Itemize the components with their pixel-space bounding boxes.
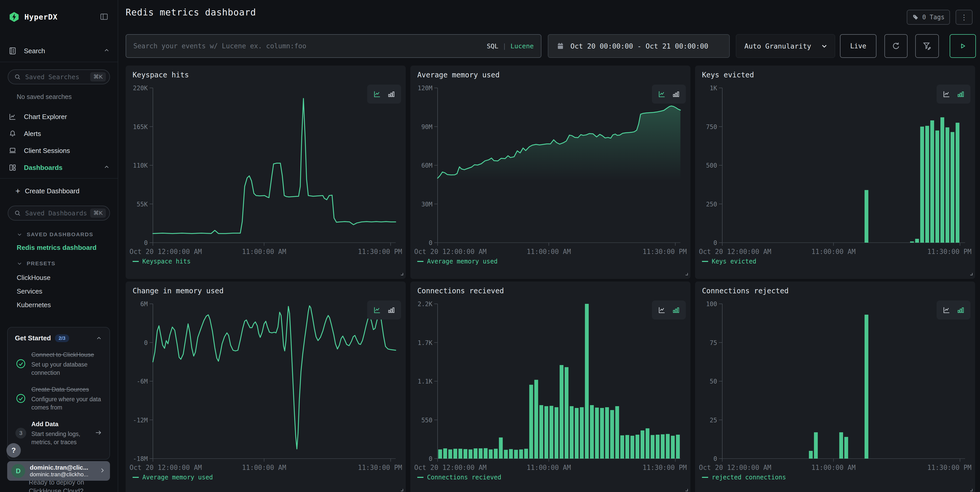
chart-type-toggle <box>937 301 970 320</box>
svg-text:11:30:00 PM: 11:30:00 PM <box>928 248 972 255</box>
bar-chart-toggle-icon[interactable] <box>672 306 680 314</box>
bar-chart-toggle-icon[interactable] <box>957 90 964 98</box>
get-started-step-2[interactable]: Create Data Sources Configure where your… <box>15 385 102 412</box>
sql-toggle[interactable]: SQL <box>487 42 498 50</box>
step-subtitle: Set up your database connection <box>31 360 101 377</box>
dashboard-grid: Keyspace hits 220K165K110K55K0Oct 20 12:… <box>126 65 975 492</box>
preset-kubernetes[interactable]: Kubernetes <box>0 301 118 309</box>
svg-text:-6M: -6M <box>137 378 148 385</box>
line-chart-toggle-icon[interactable] <box>373 90 381 98</box>
svg-text:Oct 20 12:00:00 AM: Oct 20 12:00:00 AM <box>129 248 202 255</box>
kebab-icon: ⋮ <box>961 13 968 22</box>
saved-searches-field[interactable] <box>25 73 87 81</box>
step-title: Create Data Sources <box>31 385 101 394</box>
create-dashboard-button[interactable]: + Create Dashboard <box>0 186 118 196</box>
logo[interactable]: HyperDX <box>0 0 118 22</box>
svg-text:11:00:00 AM: 11:00:00 AM <box>242 464 286 471</box>
resize-handle[interactable] <box>684 272 688 277</box>
arrow-right-icon <box>95 429 102 438</box>
preset-clickhouse[interactable]: ClickHouse <box>0 274 118 282</box>
user-menu[interactable]: D dominic.tran@clic... dominic.tran@clic… <box>7 461 110 481</box>
lucene-toggle[interactable]: Lucene <box>511 42 534 50</box>
line-chart-toggle-icon[interactable] <box>373 306 381 314</box>
bell-icon <box>8 129 17 138</box>
step-subtitle: Start sending logs, metrics, or traces <box>31 430 95 446</box>
saved-dashboards-input[interactable]: ⌘K <box>8 205 110 221</box>
bar-chart-toggle-icon[interactable] <box>672 90 680 98</box>
svg-text:0: 0 <box>714 455 717 462</box>
chart-canvas[interactable]: 2.2K1.7K1.1K5500Oct 20 12:00:00 AM11:00:… <box>410 282 690 492</box>
sidebar: HyperDX Search ⌘K No saved searches <box>0 0 118 492</box>
svg-text:11:30:00 PM: 11:30:00 PM <box>643 248 687 255</box>
section-presets[interactable]: PRESETS <box>0 260 118 267</box>
resize-handle[interactable] <box>684 488 688 492</box>
svg-text:50: 50 <box>710 378 717 385</box>
sidebar-item-dashboards[interactable]: Dashboards <box>0 159 118 176</box>
date-range-picker[interactable]: Oct 20 00:00:00 - Oct 21 00:00:00 <box>548 34 730 58</box>
line-chart-toggle-icon[interactable] <box>942 306 951 314</box>
divider <box>0 178 118 179</box>
svg-text:500: 500 <box>706 162 717 169</box>
svg-text:11:00:00 AM: 11:00:00 AM <box>527 464 571 471</box>
refresh-button[interactable] <box>885 34 908 58</box>
filter-button[interactable] <box>915 34 939 58</box>
line-chart-toggle-icon[interactable] <box>658 306 666 314</box>
svg-text:11:30:00 PM: 11:30:00 PM <box>643 464 687 471</box>
sidebar-item-redis-dashboard[interactable]: Redis metrics dashboard <box>17 244 118 252</box>
chart-canvas[interactable]: 120M90M60M30M0Oct 20 12:00:00 AM11:00:00… <box>410 65 690 279</box>
chevron-up-icon[interactable] <box>95 335 102 342</box>
play-button[interactable] <box>950 34 976 58</box>
help-button[interactable]: ? <box>6 443 21 457</box>
bar-chart-toggle-icon[interactable] <box>388 90 395 98</box>
live-button[interactable]: Live <box>840 34 877 58</box>
resize-handle[interactable] <box>399 272 403 277</box>
legend-swatch <box>417 261 423 262</box>
chart-type-toggle <box>937 84 970 103</box>
chart-canvas[interactable]: 220K165K110K55K0Oct 20 12:00:00 AM11:00:… <box>126 65 406 279</box>
saved-dashboards-field[interactable] <box>25 210 87 217</box>
svg-text:11:30:00 PM: 11:30:00 PM <box>358 248 402 255</box>
svg-text:11:00:00 AM: 11:00:00 AM <box>811 464 856 471</box>
resize-handle[interactable] <box>399 488 403 492</box>
bar-chart-toggle-icon[interactable] <box>957 306 964 314</box>
svg-text:6M: 6M <box>140 301 148 308</box>
line-chart-toggle-icon[interactable] <box>942 90 951 98</box>
panel-title: Connections recieved <box>417 287 504 295</box>
svg-text:1.7K: 1.7K <box>418 339 433 347</box>
preset-services[interactable]: Services <box>0 287 118 295</box>
saved-searches-input[interactable]: ⌘K <box>8 69 110 84</box>
sidebar-item-chart-explorer[interactable]: Chart Explorer <box>0 108 118 125</box>
kebab-menu-button[interactable]: ⋮ <box>956 10 972 25</box>
chart-canvas[interactable]: 1007550250Oct 20 12:00:00 AM11:00:00 AM1… <box>695 282 975 492</box>
section-saved-dashboards[interactable]: SAVED DASHBOARDS <box>0 231 118 237</box>
svg-text:750: 750 <box>706 123 717 131</box>
resize-handle[interactable] <box>969 488 973 492</box>
sidebar-collapse-icon[interactable] <box>100 12 108 22</box>
granularity-select[interactable]: Auto Granularity <box>736 34 835 58</box>
get-started-step-1[interactable]: Connect to ClickHouse Set up your databa… <box>15 350 102 377</box>
resize-handle[interactable] <box>969 272 973 277</box>
user-email: dominic.tran@clickho... <box>30 471 88 478</box>
event-search-input[interactable] <box>126 42 487 50</box>
granularity-value: Auto Granularity <box>745 42 811 50</box>
svg-text:-12M: -12M <box>133 417 148 424</box>
svg-text:1.1K: 1.1K <box>418 378 433 385</box>
tags-button[interactable]: 0 Tags <box>907 10 950 25</box>
sidebar-item-search[interactable]: Search <box>0 43 118 59</box>
svg-text:0: 0 <box>144 339 148 347</box>
sidebar-item-alerts[interactable]: Alerts <box>0 125 118 142</box>
bar-chart-toggle-icon[interactable] <box>388 306 395 314</box>
step-number: 3 <box>16 428 26 438</box>
laptop-icon <box>8 146 17 155</box>
chart-legend: Keyspace hits <box>133 258 191 265</box>
sidebar-item-client-sessions[interactable]: Client Sessions <box>0 142 118 159</box>
svg-text:110K: 110K <box>133 162 148 169</box>
svg-text:Oct 20 12:00:00 AM: Oct 20 12:00:00 AM <box>699 248 772 255</box>
chevron-up-icon <box>103 164 110 172</box>
chart-canvas[interactable]: 1K7505002500Oct 20 12:00:00 AM11:00:00 A… <box>695 65 975 279</box>
avatar: D <box>11 464 25 478</box>
event-search-box: SQL | Lucene <box>126 34 541 58</box>
line-chart-toggle-icon[interactable] <box>658 90 666 98</box>
chart-canvas[interactable]: 6M0-6M-12M-18MOct 20 12:00:00 AM11:00:00… <box>126 282 406 492</box>
get-started-step-3[interactable]: 3 Add Data Start sending logs, metrics, … <box>15 420 102 446</box>
